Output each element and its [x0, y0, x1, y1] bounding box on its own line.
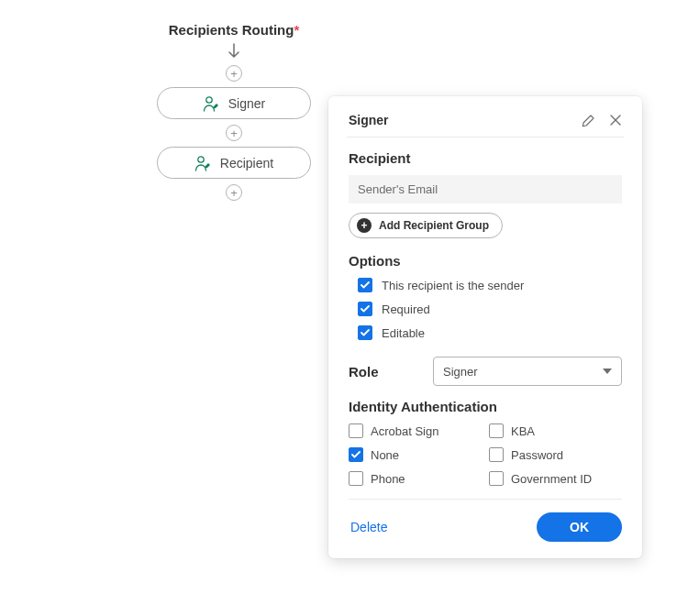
auth-label: None — [371, 448, 399, 462]
options-list: This recipient is the sender Required Ed… — [349, 278, 622, 340]
auth-checkbox-password[interactable] — [489, 447, 504, 462]
edit-icon[interactable] — [582, 113, 596, 127]
panel-footer: Delete OK — [349, 499, 622, 542]
flow-node-label: Recipient — [220, 156, 273, 170]
option-checkbox-editable[interactable] — [358, 325, 372, 340]
auth-label: Phone — [371, 472, 405, 486]
role-row: Role Signer — [349, 357, 622, 386]
auth-item: None — [349, 447, 482, 462]
auth-item: KBA — [489, 424, 622, 438]
option-label: Required — [382, 302, 430, 316]
delete-button[interactable]: Delete — [349, 516, 389, 538]
close-icon[interactable] — [609, 114, 622, 126]
recipient-section-title: Recipient — [349, 150, 622, 166]
panel-title: Signer — [349, 113, 389, 127]
auth-label: Government ID — [511, 472, 592, 486]
option-label: This recipient is the sender — [382, 279, 524, 292]
ok-button[interactable]: OK — [537, 512, 622, 542]
auth-checkbox-phone[interactable] — [349, 471, 363, 486]
option-row: Required — [349, 302, 622, 316]
panel-header-actions — [582, 113, 622, 127]
edit-panel: Signer Recipient + Add Recipient Group O… — [328, 96, 642, 558]
plus-icon: + — [357, 218, 372, 233]
auth-checkbox-government-id[interactable] — [489, 471, 504, 486]
auth-label: Acrobat Sign — [371, 424, 438, 438]
auth-label: KBA — [511, 424, 535, 438]
option-row: This recipient is the sender — [349, 278, 622, 292]
auth-item: Government ID — [489, 471, 622, 486]
add-node-button[interactable]: + — [226, 125, 242, 141]
auth-item: Phone — [349, 471, 482, 486]
option-checkbox-required[interactable] — [358, 302, 372, 316]
options-section-title: Options — [349, 253, 622, 269]
auth-checkbox-kba[interactable] — [489, 424, 504, 438]
option-checkbox-sender[interactable] — [358, 278, 372, 292]
flow-node-signer[interactable]: Signer — [157, 87, 311, 119]
add-recipient-group-label: Add Recipient Group — [379, 219, 489, 232]
signer-icon — [203, 95, 221, 112]
signer-icon — [194, 155, 213, 171]
role-select[interactable]: Signer — [433, 357, 622, 386]
svg-point-0 — [206, 96, 212, 102]
role-label: Role — [349, 364, 422, 380]
divider — [347, 137, 624, 138]
option-label: Editable — [382, 326, 425, 340]
auth-label: Password — [511, 448, 563, 462]
flow-title: Recipients Routing* — [169, 22, 300, 38]
arrow-down-icon — [227, 43, 240, 60]
auth-item: Acrobat Sign — [349, 424, 482, 438]
auth-grid: Acrobat Sign KBA None Password Phone Gov… — [349, 424, 622, 486]
flow-title-text: Recipients Routing — [169, 22, 294, 38]
svg-point-1 — [198, 156, 204, 161]
auth-checkbox-none[interactable] — [349, 447, 363, 462]
add-node-button[interactable]: + — [226, 184, 242, 201]
auth-section-title: Identity Authentication — [349, 399, 622, 414]
required-asterisk: * — [294, 22, 299, 38]
option-row: Editable — [349, 325, 622, 340]
panel-header: Signer — [349, 113, 622, 137]
recipient-email-input[interactable] — [349, 175, 622, 204]
auth-item: Password — [489, 447, 622, 462]
auth-checkbox-acrobat-sign[interactable] — [349, 424, 363, 438]
add-recipient-group-button[interactable]: + Add Recipient Group — [349, 213, 503, 238]
flow-node-recipient[interactable]: Recipient — [157, 147, 311, 179]
flow-node-label: Signer — [228, 96, 265, 111]
add-node-button[interactable]: + — [226, 65, 242, 82]
